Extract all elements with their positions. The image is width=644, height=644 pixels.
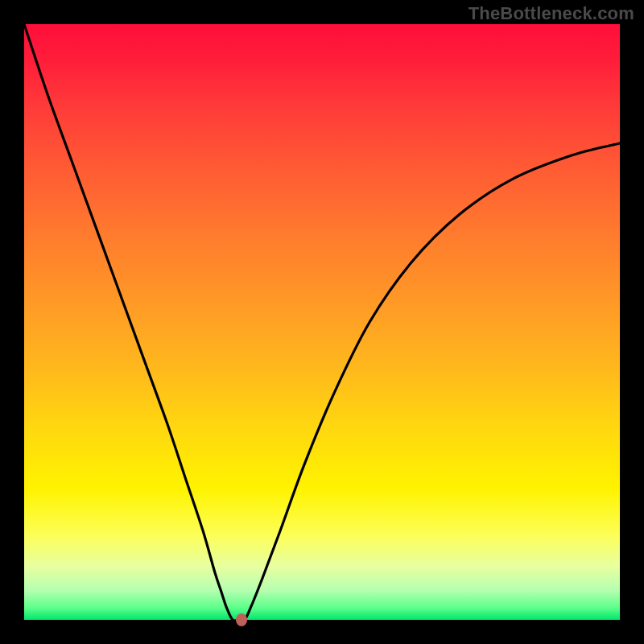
- min-marker: [236, 613, 247, 626]
- curve-svg: [24, 24, 620, 620]
- chart-frame: TheBottleneck.com: [0, 0, 644, 644]
- watermark-text: TheBottleneck.com: [469, 3, 634, 24]
- plot-area: [24, 24, 620, 620]
- bottleneck-curve: [24, 24, 620, 621]
